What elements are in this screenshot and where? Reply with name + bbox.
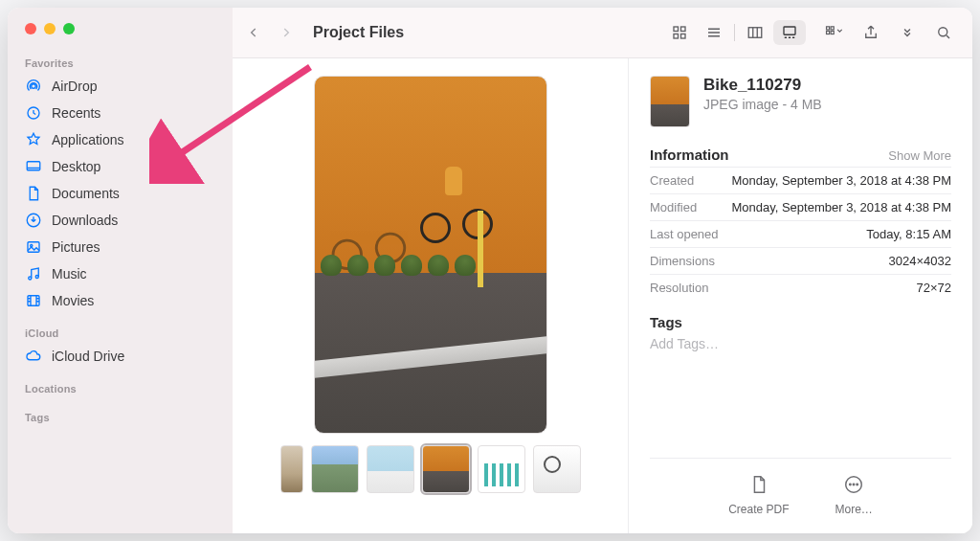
info-row-last-opened: Last openedToday, 8:15 AM (650, 220, 951, 247)
sidebar-item-airdrop[interactable]: AirDrop (8, 73, 233, 100)
sidebar-item-desktop[interactable]: Desktop (8, 153, 233, 180)
list-view-button[interactable] (698, 20, 730, 45)
main-area: Project Files (233, 8, 972, 533)
info-row-created: CreatedMonday, September 3, 2018 at 4:38… (650, 167, 951, 193)
sidebar-item-music[interactable]: Music (8, 260, 233, 287)
sidebar-item-movies[interactable]: Movies (8, 287, 233, 314)
sidebar-item-downloads[interactable]: Downloads (8, 207, 233, 234)
share-button[interactable] (856, 19, 886, 46)
file-name: Bike_110279 (703, 76, 822, 95)
sidebar-item-recents[interactable]: Recents (8, 100, 233, 126)
sidebar-item-label: Music (52, 266, 87, 282)
search-button[interactable] (928, 19, 959, 46)
clock-icon (25, 104, 42, 122)
applications-icon (25, 131, 42, 148)
svg-rect-18 (831, 31, 834, 34)
svg-point-19 (939, 27, 947, 35)
sidebar-item-documents[interactable]: Documents (8, 180, 233, 207)
create-pdf-button[interactable]: Create PDF (728, 472, 789, 516)
svg-rect-9 (674, 27, 679, 32)
desktop-icon (25, 158, 42, 175)
info-row-dimensions: Dimensions3024×4032 (650, 247, 951, 274)
gallery-view-button[interactable] (773, 20, 806, 45)
sidebar-section-locations: Locations (8, 377, 233, 398)
group-by-button[interactable] (819, 19, 850, 46)
svg-rect-13 (748, 27, 762, 37)
minimize-window-button[interactable] (44, 23, 56, 34)
thumbnail-item[interactable] (280, 445, 303, 493)
content-area: Bike_110279 JPEG image - 4 MB Informatio… (233, 57, 972, 533)
thumbnail-item[interactable] (367, 445, 414, 493)
svg-rect-4 (28, 242, 39, 253)
svg-rect-16 (831, 26, 834, 29)
svg-rect-2 (27, 162, 40, 170)
svg-point-0 (32, 84, 36, 89)
thumbnail-strip (280, 434, 581, 507)
download-icon (25, 212, 42, 229)
information-section: Information Show More CreatedMonday, Sep… (650, 147, 951, 301)
file-preview-image[interactable] (314, 76, 547, 434)
info-panel: Bike_110279 JPEG image - 4 MB Informatio… (628, 58, 972, 533)
forward-button[interactable] (273, 19, 300, 46)
pictures-icon (25, 238, 42, 256)
svg-point-22 (853, 484, 854, 485)
svg-rect-10 (681, 27, 686, 32)
sidebar-item-label: AirDrop (52, 79, 97, 94)
svg-rect-12 (681, 34, 686, 38)
sidebar-item-pictures[interactable]: Pictures (8, 234, 233, 260)
view-mode-group (663, 20, 806, 45)
movies-icon (25, 292, 42, 309)
icon-view-button[interactable] (663, 20, 696, 45)
file-kind-size: JPEG image - 4 MB (703, 97, 822, 112)
sidebar-item-icloud-drive[interactable]: iCloud Drive (8, 343, 233, 370)
svg-point-7 (35, 276, 38, 279)
thumbnail-item[interactable] (533, 445, 581, 493)
sidebar-item-applications[interactable]: Applications (8, 126, 233, 153)
zoom-window-button[interactable] (63, 23, 75, 34)
info-row-modified: ModifiedMonday, September 3, 2018 at 4:3… (650, 193, 951, 220)
action-label: More… (835, 503, 873, 516)
svg-point-6 (29, 277, 32, 280)
svg-rect-14 (784, 27, 795, 34)
sidebar-section-tags: Tags (8, 406, 233, 427)
airdrop-icon (25, 78, 42, 95)
back-button[interactable] (240, 19, 267, 46)
add-tags-field[interactable]: Add Tags… (650, 336, 951, 351)
overflow-button[interactable] (892, 19, 923, 46)
tags-title: Tags (650, 314, 951, 330)
finder-window: Favorites AirDrop Recents Applications D… (8, 8, 972, 533)
more-actions-button[interactable]: More… (835, 472, 873, 516)
svg-rect-15 (827, 26, 830, 29)
svg-rect-17 (827, 31, 830, 34)
thumbnail-item[interactable] (478, 445, 525, 493)
sidebar-item-label: Pictures (52, 239, 100, 255)
thumbnail-item[interactable] (311, 445, 359, 493)
sidebar-section-icloud: iCloud (8, 322, 233, 343)
sidebar-item-label: Downloads (52, 213, 118, 228)
sidebar: Favorites AirDrop Recents Applications D… (8, 8, 233, 533)
window-controls (8, 21, 233, 52)
column-view-button[interactable] (739, 20, 771, 45)
music-icon (25, 265, 42, 282)
cloud-icon (25, 348, 42, 365)
close-window-button[interactable] (25, 23, 36, 34)
show-more-button[interactable]: Show More (888, 148, 951, 163)
sidebar-item-label: Applications (52, 132, 124, 147)
sidebar-item-label: Documents (52, 186, 120, 201)
info-row-resolution: Resolution72×72 (650, 274, 951, 301)
sidebar-item-label: Recents (52, 105, 100, 121)
thumbnail-item-selected[interactable] (422, 445, 470, 493)
sidebar-item-label: iCloud Drive (52, 349, 124, 364)
sidebar-item-label: Desktop (52, 159, 100, 174)
more-icon (841, 472, 866, 497)
sidebar-section-favorites: Favorites (8, 52, 233, 73)
svg-rect-8 (28, 296, 39, 306)
preview-column (233, 58, 628, 533)
svg-point-21 (850, 484, 851, 485)
svg-rect-11 (674, 34, 679, 38)
quick-actions: Create PDF More… (650, 458, 951, 522)
window-title: Project Files (313, 24, 404, 41)
information-title: Information (650, 147, 729, 163)
document-icon (746, 472, 771, 497)
info-header: Bike_110279 JPEG image - 4 MB (650, 76, 951, 127)
